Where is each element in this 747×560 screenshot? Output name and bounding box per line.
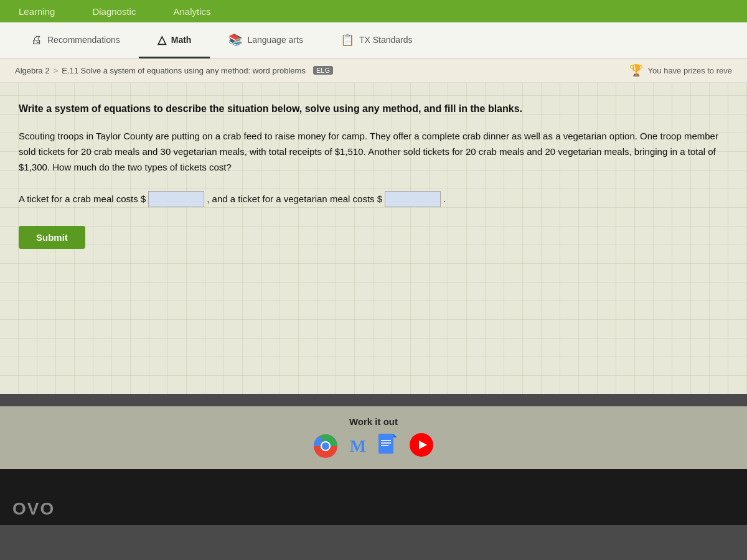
crab-meal-input[interactable] [148,191,204,207]
tab-recommendations-label: Recommendations [47,35,120,45]
submit-button[interactable]: Submit [19,226,85,249]
breadcrumb-left: Algebra 2 > E.11 Solve a system of equat… [15,66,333,75]
breadcrumb-right: 🏆 You have prizes to reve [629,63,732,77]
top-navigation: Learning Diagnostic Analytics [0,0,747,22]
tab-language-arts-label: Language arts [247,35,303,45]
breadcrumb-subject[interactable]: Algebra 2 [15,66,50,75]
answer-suffix: . [443,190,446,208]
tab-recommendations[interactable]: 🖨 Recommendations [12,23,139,58]
breadcrumb-topic: E.11 Solve a system of equations using a… [62,66,306,75]
nav-learning[interactable]: Learning [12,2,61,21]
prize-text: You have prizes to reve [648,66,732,75]
gmail-icon[interactable]: M [350,436,366,456]
answer-prefix: A ticket for a crab meal costs $ [19,190,146,208]
chrome-icon[interactable] [314,434,337,458]
language-arts-icon: 📚 [228,33,242,47]
work-it-out-label: Work it out [10,416,737,427]
bottom-bar: OVO [0,469,747,525]
work-it-out-section: Work it out M [0,406,747,469]
math-icon: △ [157,33,166,47]
tab-tx-standards[interactable]: 📋 TX Standards [322,23,431,58]
trophy-icon: 🏆 [629,63,643,77]
tab-math-label: Math [171,35,192,45]
tab-tx-standards-label: TX Standards [359,35,413,45]
tab-bar: 🖨 Recommendations △ Math 📚 Language arts… [0,22,747,58]
nav-diagnostic[interactable]: Diagnostic [86,2,142,21]
veg-meal-input[interactable] [385,191,441,207]
taskbar-icons: M [10,433,737,459]
tx-standards-icon: 📋 [341,33,354,47]
breadcrumb-tag: ELG [313,66,333,75]
recommendations-icon: 🖨 [31,34,42,47]
svg-rect-7 [381,445,388,446]
youtube-icon[interactable] [410,433,433,459]
main-content: Write a system of equations to describe … [0,83,747,394]
svg-rect-5 [381,440,391,441]
question-instruction: Write a system of equations to describe … [19,101,728,116]
answer-line: A ticket for a crab meal costs $ , and a… [19,190,728,208]
breadcrumb-separator: > [54,66,59,75]
svg-point-2 [322,442,329,450]
tab-math[interactable]: △ Math [139,23,210,58]
nav-analytics[interactable]: Analytics [167,2,217,21]
question-body: Scouting troops in Taylor County are put… [19,129,728,175]
tab-language-arts[interactable]: 📚 Language arts [210,23,322,58]
answer-middle: , and a ticket for a vegetarian meal cos… [207,190,382,208]
svg-rect-6 [381,442,391,444]
brand-logo: OVO [12,499,55,519]
google-docs-icon[interactable] [378,434,397,459]
breadcrumb: Algebra 2 > E.11 Solve a system of equat… [0,58,747,83]
svg-marker-4 [393,434,397,437]
